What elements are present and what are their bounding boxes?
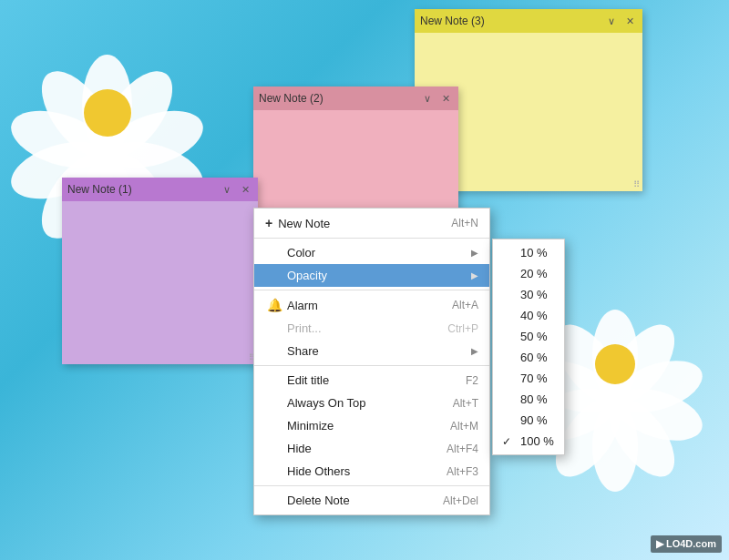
opacity-item-op-90[interactable]: 90 % (493, 410, 564, 431)
note-1: New Note (1) ∨ ✕ ⠿ (62, 178, 258, 364)
edit-title-shortcut: F2 (466, 374, 478, 387)
delete-note-label: Delete Note (287, 494, 425, 507)
opacity-item-op-60[interactable]: 60 % (493, 347, 564, 368)
note-3-minimize-btn[interactable]: ∨ (604, 14, 619, 28)
opacity-check-icon: ✓ (502, 435, 517, 448)
always-on-top-label: Always On Top (287, 396, 435, 410)
new-note-label: New Note (278, 217, 433, 230)
opacity-label: 40 % (520, 309, 548, 322)
opacity-label: 30 % (520, 288, 548, 301)
new-note-plus-icon: + (265, 216, 272, 230)
color-label: Color (287, 246, 471, 260)
menu-item-always-on-top[interactable]: Always On Top Alt+T (254, 392, 489, 414)
note-3-buttons: ∨ ✕ (604, 14, 637, 28)
separator-1 (254, 238, 489, 239)
alarm-icon: 🔔 (265, 298, 283, 312)
hide-shortcut: Alt+F4 (447, 443, 478, 455)
note-1-close-btn[interactable]: ✕ (238, 182, 252, 197)
menu-item-delete-note[interactable]: Delete Note Alt+Del (254, 489, 489, 512)
opacity-label: Opacity (287, 269, 471, 282)
opacity-submenu: 10 %20 %30 %40 %50 %60 %70 %80 %90 %✓100… (492, 239, 565, 455)
note-3-close-btn[interactable]: ✕ (622, 14, 637, 28)
opacity-item-op-100[interactable]: ✓100 % (493, 431, 564, 452)
hide-others-shortcut: Alt+F3 (447, 465, 478, 478)
note-1-title: New Note (1) (67, 183, 132, 196)
menu-item-edit-title[interactable]: Edit title F2 (254, 369, 489, 392)
menu-item-minimize[interactable]: Minimize Alt+M (254, 414, 489, 437)
opacity-label: 80 % (520, 392, 548, 406)
delete-note-shortcut: Alt+Del (443, 494, 478, 507)
separator-4 (254, 485, 489, 486)
note-2-close-btn[interactable]: ✕ (438, 91, 453, 106)
note-1-titlebar: New Note (1) ∨ ✕ (62, 178, 258, 201)
hide-others-label: Hide Others (287, 464, 428, 478)
share-arrow-icon: ▶ (471, 346, 478, 356)
minimize-shortcut: Alt+M (450, 420, 478, 433)
note-2-titlebar: New Note (2) ∨ ✕ (253, 87, 458, 110)
opacity-item-op-70[interactable]: 70 % (493, 368, 564, 389)
opacity-label: 10 % (520, 246, 548, 260)
menu-item-share[interactable]: Share ▶ (254, 340, 489, 362)
note-1-buttons: ∨ ✕ (220, 182, 252, 197)
new-note-shortcut: Alt+N (451, 217, 478, 229)
print-shortcut: Ctrl+P (447, 322, 478, 335)
minimize-label: Minimize (287, 419, 432, 433)
opacity-arrow-icon: ▶ (471, 270, 478, 280)
note-1-body (62, 201, 258, 364)
opacity-item-op-30[interactable]: 30 % (493, 284, 564, 305)
opacity-label: 90 % (520, 413, 548, 427)
alarm-shortcut: Alt+A (452, 299, 478, 311)
note-2-title: New Note (2) (259, 92, 323, 105)
separator-3 (254, 365, 489, 366)
opacity-item-op-10[interactable]: 10 % (493, 242, 564, 263)
color-arrow-icon: ▶ (471, 248, 478, 258)
note-3-titlebar: New Note (3) ∨ ✕ (415, 9, 642, 33)
watermark: ▶ LO4D.com (651, 535, 722, 553)
opacity-label: 100 % (520, 434, 554, 448)
menu-item-new-note[interactable]: + New Note Alt+N (254, 211, 489, 235)
hide-label: Hide (287, 442, 428, 455)
separator-2 (254, 290, 489, 290)
opacity-label: 60 % (520, 351, 548, 364)
share-label: Share (287, 344, 471, 358)
opacity-item-op-40[interactable]: 40 % (493, 305, 564, 326)
alarm-label: Alarm (287, 299, 434, 312)
note-2-minimize-btn[interactable]: ∨ (420, 91, 435, 106)
menu-item-hide-others[interactable]: Hide Others Alt+F3 (254, 460, 489, 483)
edit-title-label: Edit title (287, 373, 447, 387)
always-on-top-shortcut: Alt+T (453, 397, 478, 410)
opacity-item-op-20[interactable]: 20 % (493, 263, 564, 284)
note-3-title: New Note (3) (420, 15, 485, 27)
context-menu: + New Note Alt+N Color ▶ Opacity ▶ 🔔 Ala… (253, 208, 490, 515)
note-1-minimize-btn[interactable]: ∨ (220, 182, 234, 197)
opacity-item-op-50[interactable]: 50 % (493, 326, 564, 347)
opacity-label: 70 % (520, 372, 548, 385)
opacity-label: 20 % (520, 267, 548, 280)
menu-item-hide[interactable]: Hide Alt+F4 (254, 437, 489, 460)
note-2-buttons: ∨ ✕ (420, 91, 453, 106)
opacity-item-op-80[interactable]: 80 % (493, 389, 564, 410)
note-3-resize[interactable]: ⠿ (633, 179, 640, 189)
opacity-label: 50 % (520, 330, 548, 343)
print-label: Print... (287, 321, 429, 335)
menu-item-color[interactable]: Color ▶ (254, 241, 489, 264)
menu-item-alarm[interactable]: 🔔 Alarm Alt+A (254, 293, 489, 317)
menu-item-print: Print... Ctrl+P (254, 317, 489, 340)
menu-item-opacity[interactable]: Opacity ▶ (254, 264, 489, 287)
